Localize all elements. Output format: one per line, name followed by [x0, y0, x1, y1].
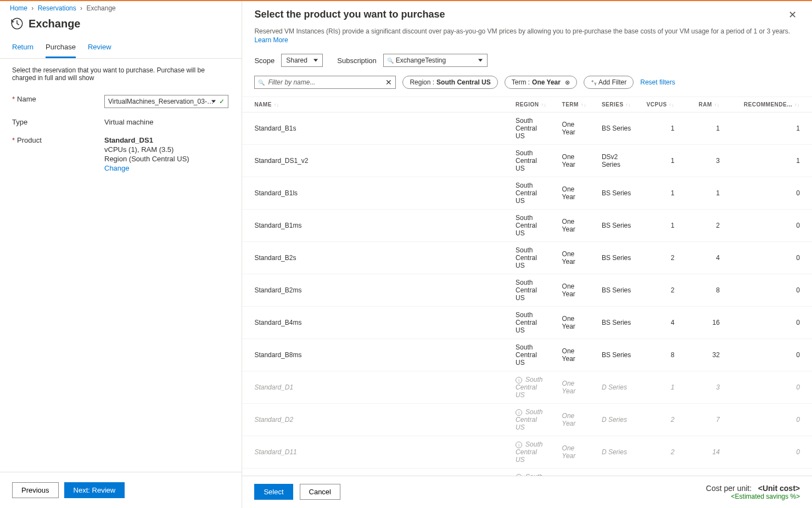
add-filter-button[interactable]: ⁺ᵧ Add Filter: [584, 76, 634, 89]
info-icon: i: [516, 377, 522, 383]
product-name: Standard_DS1: [104, 136, 229, 144]
table-row[interactable]: Standard_B2sSouth Central USOne YearBS S…: [242, 242, 812, 274]
tabs: Return Purchase Review: [0, 38, 242, 59]
scope-select[interactable]: Shared: [281, 54, 323, 67]
product-change-link[interactable]: Change: [104, 164, 229, 172]
col-recommended[interactable]: RECOMMENDE...↑↓: [732, 97, 812, 112]
close-icon[interactable]: ✕: [785, 9, 800, 21]
filter-pill-region[interactable]: Region : South Central US: [402, 76, 497, 89]
cost-per-unit-value: <Unit cost>: [758, 484, 800, 493]
breadcrumb-reservations[interactable]: Reservations: [38, 4, 76, 12]
table-row[interactable]: Standard_D2iSouth Central USOne YearD Se…: [242, 404, 812, 436]
breadcrumb-current: Exchange: [86, 4, 115, 12]
type-value: Virtual machine: [104, 118, 153, 126]
subscription-label: Subscription: [337, 57, 377, 65]
col-term[interactable]: TERM↑↓: [550, 97, 590, 112]
left-pane: Home › Reservations › Exchange Exchange …: [0, 1, 242, 508]
product-spec: vCPUs (1), RAM (3.5): [104, 145, 229, 154]
tab-review[interactable]: Review: [88, 38, 111, 58]
col-region[interactable]: REGION↑↓: [503, 97, 550, 112]
page-title: Exchange: [29, 18, 80, 30]
clear-filter-icon[interactable]: ✕: [385, 78, 392, 87]
select-button[interactable]: Select: [254, 484, 293, 500]
col-vcpus[interactable]: VCPUS↑↓: [635, 97, 687, 112]
previous-button[interactable]: Previous: [12, 482, 59, 498]
filter-name-input[interactable]: Filter by name... ✕: [254, 76, 396, 89]
instruction-text: Select the reservation that you want to …: [0, 59, 242, 92]
tab-purchase[interactable]: Purchase: [46, 38, 76, 58]
subscription-select[interactable]: ExchangeTesting: [383, 54, 488, 67]
check-icon: ✓: [219, 98, 225, 105]
estimated-savings: <Estimated savings %>: [706, 493, 800, 500]
right-pane: Select the product you want to purchase …: [242, 1, 812, 508]
scope-label: Scope: [254, 57, 275, 65]
cost-per-unit-label: Cost per unit:: [706, 484, 752, 493]
next-review-button[interactable]: Next: Review: [64, 482, 125, 498]
col-series[interactable]: SERIES↑↓: [590, 97, 635, 112]
name-label: Name: [17, 95, 36, 103]
table-row[interactable]: Standard_B1sSouth Central USOne YearBS S…: [242, 112, 812, 145]
panel-title: Select the product you want to purchase: [254, 9, 445, 20]
cancel-button[interactable]: Cancel: [300, 484, 340, 500]
learn-more-link[interactable]: Learn More: [254, 36, 288, 44]
clock-history-icon: [10, 16, 24, 31]
table-row[interactable]: Standard_D3iSouth Central USOne YearD Se…: [242, 469, 812, 476]
product-table: NAME↑↓ REGION↑↓ TERM↑↓ SERIES↑↓ VCPUS↑↓ …: [242, 97, 812, 476]
panel-description: Reserved VM Instances (RIs) provide a si…: [254, 27, 790, 35]
type-label: Type: [12, 118, 27, 126]
reset-filters-link[interactable]: Reset filters: [640, 78, 675, 86]
table-row[interactable]: Standard_D11iSouth Central USOne YearD S…: [242, 436, 812, 469]
table-row[interactable]: Standard_B1lsSouth Central USOne YearBS …: [242, 177, 812, 210]
col-name[interactable]: NAME↑↓: [242, 97, 503, 112]
name-select[interactable]: VirtualMachines_Reservation_03-28-2019_1…: [104, 95, 228, 108]
breadcrumb: Home › Reservations › Exchange: [0, 1, 242, 12]
table-row[interactable]: Standard_DS1_v2South Central USOne YearD…: [242, 145, 812, 177]
product-region: Region (South Central US): [104, 155, 229, 163]
table-row[interactable]: Standard_B4msSouth Central USOne YearBS …: [242, 307, 812, 339]
info-icon: i: [516, 409, 522, 416]
add-filter-icon: ⁺ᵧ: [591, 78, 596, 86]
table-row[interactable]: Standard_D1iSouth Central USOne YearD Se…: [242, 371, 812, 404]
product-label: Product: [17, 136, 42, 144]
table-row[interactable]: Standard_B8msSouth Central USOne YearBS …: [242, 339, 812, 371]
remove-term-filter-icon[interactable]: ⊗: [565, 79, 570, 86]
info-icon: i: [516, 474, 522, 476]
filter-pill-term[interactable]: Term : One Year ⊗: [505, 76, 577, 89]
table-row[interactable]: Standard_B1msSouth Central USOne YearBS …: [242, 210, 812, 242]
table-row[interactable]: Standard_B2msSouth Central USOne YearBS …: [242, 274, 812, 307]
info-icon: i: [516, 442, 522, 448]
tab-return[interactable]: Return: [12, 38, 33, 58]
col-ram[interactable]: RAM↑↓: [687, 97, 732, 112]
breadcrumb-home[interactable]: Home: [10, 4, 27, 12]
